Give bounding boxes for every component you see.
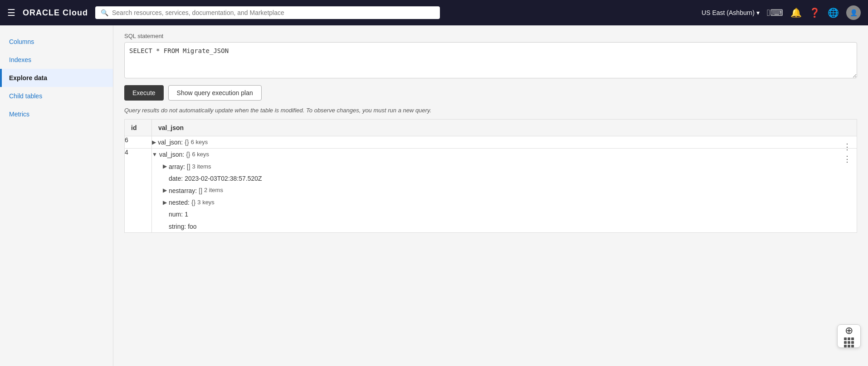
tree-item-num: ▶ num: 1: [163, 208, 857, 220]
arrow-icon[interactable]: ▼: [152, 150, 157, 159]
tree-type: {}: [185, 137, 189, 147]
tree-item-array: ▶ array: [] 3 items: [163, 161, 857, 173]
tree-type: []: [199, 186, 202, 196]
tree-meta: 2 items: [204, 186, 223, 195]
sidebar-item-indexes[interactable]: Indexes: [0, 51, 113, 69]
tree-item-nestarray: ▶ nestarray: [] 2 items: [163, 185, 857, 197]
search-icon: 🔍: [101, 9, 108, 16]
tree-item-nested: ▶ nested: {} 3 keys: [163, 197, 857, 208]
help-button[interactable]: ⊕: [837, 324, 861, 348]
row-id-4: 4: [125, 149, 152, 233]
tree-meta: 6 keys: [191, 138, 208, 147]
tree-indent: ▶ array: [] 3 items ▶ date: 2023-02-03T0…: [152, 161, 857, 232]
tree-type: []: [187, 162, 190, 172]
search-bar[interactable]: 🔍: [95, 6, 440, 19]
column-header-val-json: val_json: [152, 120, 857, 136]
tree-meta: 6 keys: [192, 150, 210, 159]
row-val-6: ▶ val_json: {} 6 keys ⋮: [152, 136, 857, 149]
sidebar: Columns Indexes Explore data Child table…: [0, 25, 113, 366]
tree-item-val-json: ▼ val_json: {} 6 keys: [152, 149, 857, 160]
sql-statement-label: SQL statement: [124, 33, 857, 39]
oracle-logo: ORACLE Cloud: [23, 8, 88, 18]
sql-textarea[interactable]: SELECT * FROM Migrate_JSON: [124, 42, 857, 78]
results-table: id val_json 6 ▶ val_json: {} 6 keys: [124, 119, 857, 233]
chevron-down-icon: ▾: [756, 9, 760, 16]
tree-key: nested:: [169, 197, 190, 207]
tree-value: 2023-02-03T02:38:57.520Z: [185, 173, 262, 183]
tree-key: string:: [169, 222, 186, 231]
layout: Columns Indexes Explore data Child table…: [0, 25, 868, 366]
sidebar-item-columns[interactable]: Columns: [0, 33, 113, 51]
top-nav: ☰ ORACLE Cloud 🔍 US East (Ashburn) ▾ ⌨ …: [0, 0, 868, 25]
table-header-row: id val_json: [125, 120, 857, 136]
sidebar-item-child-tables[interactable]: Child tables: [0, 87, 113, 105]
tree-type: {}: [191, 197, 195, 207]
region-selector[interactable]: US East (Ashburn) ▾: [702, 9, 760, 16]
tree-type: {}: [186, 149, 190, 159]
sidebar-item-explore-data[interactable]: Explore data: [0, 69, 113, 87]
column-header-id: id: [125, 120, 152, 136]
help-grid-icon: [844, 337, 854, 347]
row-menu-icon[interactable]: ⋮: [843, 154, 851, 164]
tree-item-date: ▶ date: 2023-02-03T02:38:57.520Z: [163, 173, 857, 184]
row-id-6: 6: [125, 136, 152, 149]
arrow-icon[interactable]: ▶: [152, 138, 156, 147]
tree-key: val_json:: [158, 137, 183, 147]
tree-key: array:: [169, 162, 185, 172]
avatar[interactable]: 👤: [846, 5, 861, 20]
life-ring-icon: ⊕: [845, 325, 853, 337]
arrow-icon[interactable]: ▶: [163, 198, 167, 207]
arrow-icon[interactable]: ▶: [163, 162, 167, 171]
sidebar-item-metrics[interactable]: Metrics: [0, 105, 113, 123]
tree-key: num:: [169, 209, 183, 219]
search-input[interactable]: [112, 9, 434, 16]
tree-value: 1: [185, 209, 188, 219]
globe-icon[interactable]: 🌐: [828, 7, 839, 18]
show-query-plan-button[interactable]: Show query execution plan: [168, 85, 262, 101]
bell-icon[interactable]: 🔔: [790, 7, 802, 18]
arrow-icon[interactable]: ▶: [163, 186, 167, 195]
help-circle-icon[interactable]: ❓: [809, 7, 820, 18]
tree-meta: 3 keys: [197, 198, 215, 207]
execute-button[interactable]: Execute: [124, 85, 164, 101]
btn-toolbar: Execute Show query execution plan: [124, 85, 857, 101]
developer-icon[interactable]: ⌨: [767, 7, 783, 18]
tree-meta: 3 items: [192, 162, 211, 172]
tree-key: date:: [169, 173, 183, 183]
region-label: US East (Ashburn): [702, 9, 755, 16]
table-row: 6 ▶ val_json: {} 6 keys ⋮: [125, 136, 857, 149]
tree-item-string: ▶ string: foo: [163, 221, 857, 232]
tree-value: foo: [188, 222, 196, 231]
hamburger-icon[interactable]: ☰: [7, 7, 15, 18]
table-row: 4 ▼ val_json: {} 6 keys ▶ array:: [125, 149, 857, 233]
tree-key: nestarray:: [169, 186, 197, 196]
query-info-text: Query results do not automatically updat…: [124, 107, 857, 114]
row-val-4: ▼ val_json: {} 6 keys ▶ array: [] 3 item…: [152, 149, 857, 233]
nav-right: US East (Ashburn) ▾ ⌨ 🔔 ❓ 🌐 👤: [702, 5, 861, 20]
main-content: SQL statement SELECT * FROM Migrate_JSON…: [113, 25, 868, 366]
tree-key: val_json:: [159, 149, 184, 159]
oracle-logo-text: ORACLE Cloud: [23, 8, 88, 17]
tree-item: ▶ val_json: {} 6 keys: [152, 136, 857, 148]
